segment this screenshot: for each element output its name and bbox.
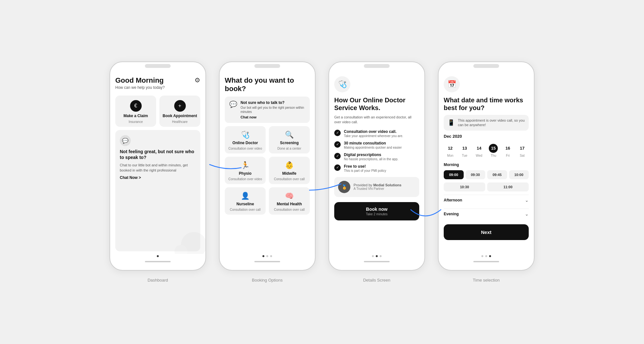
- time-1100[interactable]: 11:00: [487, 182, 529, 191]
- video-notice-icon: 📱: [448, 119, 455, 126]
- day-label-12: Mon: [447, 154, 453, 157]
- nurseline-title: Nurseline: [236, 202, 254, 206]
- dot-3-a: [372, 255, 374, 257]
- dots-3: [329, 255, 424, 257]
- next-button[interactable]: Next: [444, 224, 529, 240]
- physio-sub: Consultation over video: [228, 177, 262, 181]
- feature-2: ✓ 30 minute consultation Making appointm…: [334, 141, 419, 149]
- doctor-title: Online Doctor: [232, 141, 258, 145]
- physio-icon: 🏃: [241, 161, 250, 170]
- feature-4: ✓ Free to use! This is part of your PMI …: [334, 164, 419, 172]
- midwife-sub: Consultation over call: [274, 177, 305, 181]
- notice-text: This appointment is over video call, so …: [458, 118, 525, 127]
- book-appointment-card[interactable]: + Book Appointment Healthcare: [159, 96, 200, 127]
- day-label-14: Wed: [476, 154, 482, 157]
- check-1: ✓: [334, 130, 341, 136]
- details-desc: Get a consultation with an experienced d…: [334, 115, 419, 125]
- screening-title: Screening: [280, 141, 298, 145]
- morning-label: Morning: [444, 163, 529, 167]
- feat-sub-4: This is part of your PMI policy: [344, 169, 386, 172]
- time-0930[interactable]: 09:30: [466, 170, 486, 179]
- notch-bar-1: [145, 64, 171, 68]
- screening-item[interactable]: 🔍 Screening Done at a center: [269, 126, 310, 153]
- physio-item[interactable]: 🏃 Physio Consultation over video: [225, 157, 266, 184]
- day-num-12: 12: [446, 144, 455, 153]
- month-label: Dec 2020: [444, 134, 529, 139]
- dashboard-title-block: Good Morning How can we help you today?: [115, 76, 165, 90]
- banner-link[interactable]: Chat now: [241, 115, 305, 119]
- calendar-days: 12 Mon 13 Tue 14 Wed 15 Thu: [444, 144, 529, 157]
- day-16[interactable]: 16 Fri: [501, 144, 515, 157]
- time-1000[interactable]: 10:00: [509, 170, 529, 179]
- nurseline-item[interactable]: 👤 Nurseline Consultation over call: [225, 187, 266, 215]
- day-num-16: 16: [503, 144, 512, 153]
- label-booking: Booking Options: [252, 278, 282, 283]
- time-1030[interactable]: 10:30: [444, 182, 485, 191]
- claim-title: Make a Claim: [123, 114, 148, 118]
- home-bar-1: [145, 261, 171, 262]
- home-bar-3: [364, 261, 390, 262]
- time-0900[interactable]: 09:00: [444, 170, 464, 179]
- doctor-sub: Consultation over video: [228, 147, 262, 150]
- time-cal-icon: 📅: [444, 76, 460, 92]
- mental-health-item[interactable]: 🧠 Mental Health Consultation over call: [269, 187, 310, 215]
- day-15[interactable]: 15 Thu: [487, 144, 500, 157]
- evening-collapsible[interactable]: Evening ⌄: [444, 209, 529, 219]
- partner-sub: A Trusted Vhi Partner: [354, 187, 402, 191]
- feat-title-1: Consultation over video call.: [344, 129, 403, 134]
- booking-chat-banner[interactable]: 💬 Not sure who to talk to? Our bot will …: [225, 97, 310, 123]
- midwife-item[interactable]: 👶 Midwife Consultation over call: [269, 157, 310, 184]
- afternoon-collapsible[interactable]: Afternoon ⌄: [444, 195, 529, 205]
- day-label-13: Tue: [462, 154, 468, 157]
- time-0945[interactable]: 09:45: [487, 170, 507, 179]
- chat-now-link[interactable]: Chat Now >: [120, 175, 196, 180]
- feat-title-3: Digital prescriptions: [344, 153, 398, 157]
- dot-active: [157, 255, 159, 257]
- day-12[interactable]: 12 Mon: [444, 144, 457, 157]
- notch-bar-2: [254, 64, 280, 68]
- screen-booking-wrapper: What do you want to book? 💬 Not sure who…: [219, 61, 316, 283]
- screening-sub: Done at a center: [278, 147, 301, 150]
- online-doctor-item[interactable]: 🩺 Online Doctor Consultation over video: [225, 126, 266, 153]
- dashboard-content: Good Morning How can we help you today? …: [110, 71, 205, 254]
- notch-1: [110, 62, 205, 71]
- make-claim-card[interactable]: € Make a Claim Insurance: [115, 96, 156, 127]
- day-14[interactable]: 14 Wed: [472, 144, 486, 157]
- banner-chat-icon: 💬: [229, 100, 237, 108]
- check-2: ✓: [334, 141, 341, 148]
- gear-icon[interactable]: ⚙: [194, 76, 200, 84]
- feature-text-1: Consultation over video call. Take your …: [344, 129, 403, 138]
- day-label-17: Sat: [520, 154, 525, 157]
- evening-label: Evening: [444, 212, 459, 216]
- banner-title: Not sure who to talk to?: [241, 100, 305, 105]
- chat-desc: Chat to our little bot and within minute…: [120, 163, 196, 173]
- partner-provided-by: Provided by Medial Solutions: [354, 183, 402, 187]
- notch-3: [329, 62, 424, 71]
- mental-health-sub: Consultation over call: [274, 208, 305, 211]
- day-17[interactable]: 17 Sat: [516, 144, 529, 157]
- day-13[interactable]: 13 Tue: [458, 144, 471, 157]
- afternoon-chevron-icon: ⌄: [525, 198, 529, 203]
- midwife-icon: 👶: [285, 161, 294, 170]
- book-now-button[interactable]: Book now Take 2 minutes: [334, 202, 419, 220]
- feature-3: ✓ Digital prescriptions No hassle prescr…: [334, 153, 419, 161]
- dot-3-b: [376, 255, 378, 257]
- afternoon-label: Afternoon: [444, 198, 462, 202]
- day-label-16: Fri: [506, 154, 510, 157]
- phone-booking: What do you want to book? 💬 Not sure who…: [219, 61, 316, 271]
- dots-4: [439, 255, 534, 257]
- screen-dashboard-wrapper: Good Morning How can we help you today? …: [109, 61, 206, 283]
- screen-time-wrapper: 📅 What date and time works best for you?…: [438, 61, 535, 283]
- label-time: Time selection: [473, 278, 499, 283]
- phone-dashboard: Good Morning How can we help you today? …: [109, 61, 206, 271]
- day-num-17: 17: [518, 144, 527, 153]
- booking-title: What do you want to book?: [225, 76, 310, 93]
- notch-2: [220, 62, 315, 71]
- physio-title: Physio: [239, 171, 251, 176]
- dot-2-c: [270, 255, 272, 257]
- chat-box: 💬 Not feeling great, but not sure who to…: [115, 130, 200, 251]
- banner-desc: Our bot will get you to the right person…: [241, 106, 305, 114]
- dots-1: [110, 255, 205, 257]
- dot-4-c: [489, 255, 491, 257]
- nurseline-icon: 👤: [241, 192, 250, 200]
